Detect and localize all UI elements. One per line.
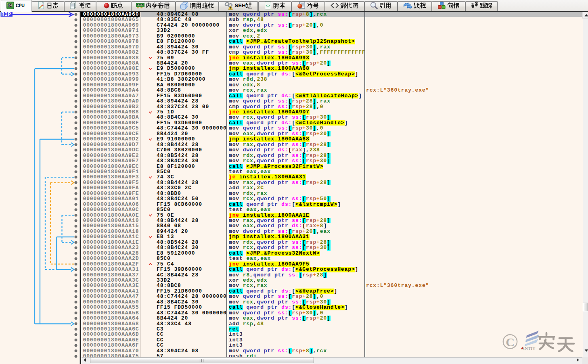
svg-text:64: 64 <box>8 3 12 7</box>
svg-text:RIP: RIP <box>1 12 11 17</box>
svg-text:<>: <> <box>266 4 270 8</box>
